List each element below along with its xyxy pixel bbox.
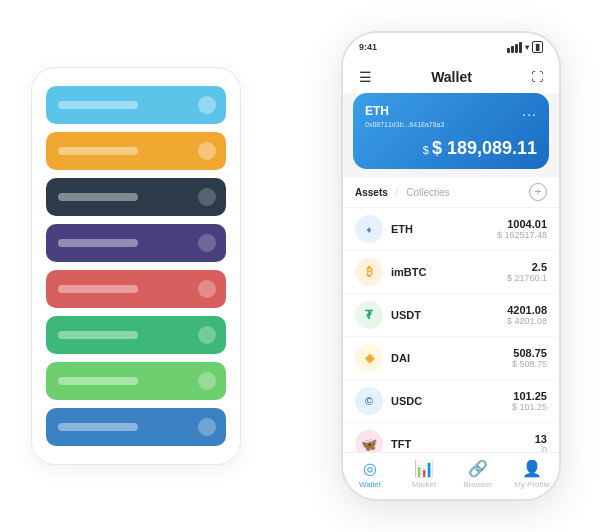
card-stack <box>31 67 241 465</box>
asset-usd: $ 21760.1 <box>507 273 547 283</box>
tab-collecties[interactable]: Collecties <box>406 187 449 198</box>
phone-header: ☰ Wallet ⛶ <box>343 65 559 93</box>
add-asset-button[interactable]: + <box>529 183 547 201</box>
nav-profile[interactable]: 👤 My Profile <box>505 459 559 489</box>
profile-nav-label: My Profile <box>514 480 550 489</box>
tft-icon: 🦋 <box>355 430 383 452</box>
asset-name: TFT <box>391 438 535 450</box>
battery-icon: ▮ <box>532 41 543 53</box>
dai-icon: ◈ <box>355 344 383 372</box>
table-row[interactable]: ₮ USDT 4201.08 $ 4201.08 <box>343 294 559 337</box>
usdc-icon: © <box>355 387 383 415</box>
list-item[interactable] <box>46 132 226 170</box>
asset-values: 508.75 $ 508.75 <box>512 347 547 369</box>
asset-amount: 1004.01 <box>497 218 547 230</box>
asset-name: ETH <box>391 223 497 235</box>
eth-icon: ♦ <box>355 215 383 243</box>
eth-balance: $$ 189,089.11 <box>365 136 537 159</box>
tab-assets[interactable]: Assets <box>355 187 388 198</box>
asset-usd: $ 508.75 <box>512 359 547 369</box>
nav-market[interactable]: 📊 Market <box>397 459 451 489</box>
asset-usd: 0 <box>535 445 547 452</box>
tab-separator: / <box>396 187 399 198</box>
assets-tabs: Assets / Collecties <box>355 187 450 198</box>
asset-name: USDC <box>391 395 512 407</box>
asset-values: 4201.08 $ 4201.08 <box>507 304 547 326</box>
expand-icon[interactable]: ⛶ <box>531 70 543 84</box>
market-nav-icon: 📊 <box>414 459 434 478</box>
table-row[interactable]: © USDC 101.25 $ 101.25 <box>343 380 559 423</box>
list-item[interactable] <box>46 178 226 216</box>
asset-values: 2.5 $ 21760.1 <box>507 261 547 283</box>
asset-info: imBTC <box>391 266 507 278</box>
nav-browser[interactable]: 🔗 Browser <box>451 459 505 489</box>
imbtc-icon: ₿ <box>355 258 383 286</box>
asset-amount: 101.25 <box>512 390 547 402</box>
bottom-nav: ◎ Wallet 📊 Market 🔗 Browser 👤 My Profile <box>343 452 559 499</box>
status-bar: 9:41 ▾ ▮ <box>343 33 559 65</box>
list-item[interactable] <box>46 86 226 124</box>
clock: 9:41 <box>359 42 377 52</box>
wallet-nav-icon: ◎ <box>363 459 377 478</box>
browser-nav-icon: 🔗 <box>468 459 488 478</box>
profile-nav-icon: 👤 <box>522 459 542 478</box>
eth-card: ETH ... 0x08711d3b...8418a78a3 $$ 189,08… <box>353 93 549 169</box>
asset-name: DAI <box>391 352 512 364</box>
scene: 9:41 ▾ ▮ ☰ Wallet ⛶ <box>11 11 591 521</box>
wifi-icon: ▾ <box>525 43 529 52</box>
table-row[interactable]: ◈ DAI 508.75 $ 508.75 <box>343 337 559 380</box>
menu-icon[interactable]: ☰ <box>359 69 372 85</box>
usdt-icon: ₮ <box>355 301 383 329</box>
list-item[interactable] <box>46 316 226 354</box>
status-icons: ▾ ▮ <box>507 41 543 53</box>
phone: 9:41 ▾ ▮ ☰ Wallet ⛶ <box>341 31 561 501</box>
asset-usd: $ 101.25 <box>512 402 547 412</box>
asset-name: USDT <box>391 309 507 321</box>
list-item[interactable] <box>46 408 226 446</box>
asset-amount: 4201.08 <box>507 304 547 316</box>
asset-usd: $ 4201.08 <box>507 316 547 326</box>
asset-info: TFT <box>391 438 535 450</box>
market-nav-label: Market <box>412 480 436 489</box>
table-row[interactable]: ₿ imBTC 2.5 $ 21760.1 <box>343 251 559 294</box>
list-item[interactable] <box>46 362 226 400</box>
phone-content: Assets / Collecties + ♦ ETH 1004.01 $ 16… <box>343 177 559 452</box>
asset-info: USDC <box>391 395 512 407</box>
asset-info: DAI <box>391 352 512 364</box>
asset-info: USDT <box>391 309 507 321</box>
eth-address: 0x08711d3b...8418a78a3 <box>365 121 537 128</box>
assets-header: Assets / Collecties + <box>343 177 559 208</box>
browser-nav-label: Browser <box>463 480 492 489</box>
list-item[interactable] <box>46 270 226 308</box>
nav-wallet[interactable]: ◎ Wallet <box>343 459 397 489</box>
asset-amount: 2.5 <box>507 261 547 273</box>
table-row[interactable]: 🦋 TFT 13 0 <box>343 423 559 452</box>
eth-name: ETH <box>365 104 389 118</box>
list-item[interactable] <box>46 224 226 262</box>
asset-amount: 13 <box>535 433 547 445</box>
asset-values: 13 0 <box>535 433 547 452</box>
asset-list: ♦ ETH 1004.01 $ 162517.48 ₿ imBTC <box>343 208 559 452</box>
eth-more-button[interactable]: ... <box>522 103 537 119</box>
asset-info: ETH <box>391 223 497 235</box>
asset-amount: 508.75 <box>512 347 547 359</box>
asset-values: 1004.01 $ 162517.48 <box>497 218 547 240</box>
asset-values: 101.25 $ 101.25 <box>512 390 547 412</box>
asset-name: imBTC <box>391 266 507 278</box>
table-row[interactable]: ♦ ETH 1004.01 $ 162517.48 <box>343 208 559 251</box>
page-title: Wallet <box>431 69 472 85</box>
asset-usd: $ 162517.48 <box>497 230 547 240</box>
wallet-nav-label: Wallet <box>359 480 381 489</box>
